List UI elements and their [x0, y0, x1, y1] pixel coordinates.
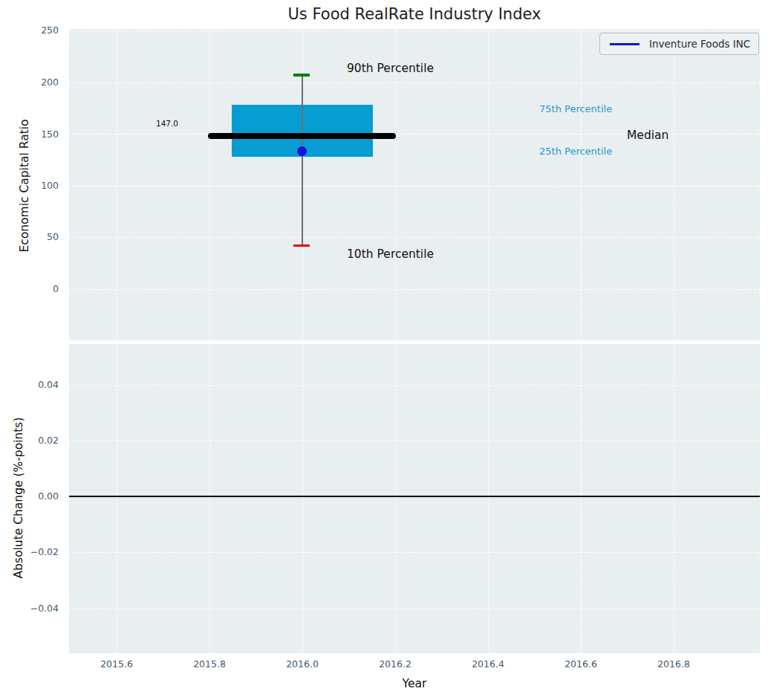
y-tick-label: 0.02	[0, 435, 59, 447]
x-tick-label: 2016.8	[644, 658, 703, 670]
gridline	[674, 29, 674, 340]
zero-baseline	[69, 496, 760, 497]
gridline	[117, 344, 117, 653]
gridline	[674, 344, 674, 653]
top-y-axis-label: Economic Capital Ratio	[18, 119, 31, 252]
x-tick-label: 2016.6	[551, 658, 611, 670]
gridline	[69, 82, 760, 83]
gridline	[488, 344, 489, 653]
boxplot-median-line	[208, 133, 396, 139]
top-plot-area: 90th Percentile 10th Percentile 75th Per…	[69, 29, 760, 340]
gridline	[69, 186, 760, 187]
boxplot-90th-cap	[293, 74, 310, 77]
gridline	[69, 385, 760, 386]
gridline	[69, 609, 760, 609]
x-tick-label: 2016.4	[458, 658, 518, 670]
y-tick-label: 200	[0, 77, 59, 88]
x-tick-label: 2016.0	[273, 658, 332, 670]
x-axis-label: Year	[69, 677, 760, 690]
annotation-10th-percentile: 10th Percentile	[347, 247, 434, 261]
company-data-point	[297, 146, 307, 156]
gridline	[209, 344, 210, 653]
y-tick-label: 0	[0, 283, 59, 295]
chart-title: Us Food RealRate Industry Index	[69, 5, 760, 23]
gridline	[69, 237, 760, 238]
gridline	[117, 29, 117, 340]
boxplot-10th-cap	[293, 244, 310, 247]
y-tick-label: 0.00	[0, 490, 59, 502]
gridline	[69, 30, 760, 31]
annotation-25th-percentile: 25th Percentile	[539, 146, 612, 157]
gridline	[581, 29, 582, 340]
gridline	[395, 29, 396, 340]
annotation-median-value: 147.0	[148, 119, 186, 128]
gridline	[69, 441, 760, 441]
legend-label: Inventure Foods INC	[649, 38, 750, 50]
legend-line-sample	[610, 43, 640, 45]
x-tick-label: 2016.2	[365, 658, 425, 670]
boxplot-whisker-line	[302, 75, 303, 247]
figure: Us Food RealRate Industry Index 90th Per…	[0, 0, 768, 700]
gridline	[69, 289, 760, 290]
bottom-plot-area	[69, 344, 760, 653]
gridline	[69, 552, 760, 553]
gridline	[209, 29, 210, 340]
y-tick-label: −0.02	[0, 546, 59, 558]
x-tick-label: 2015.8	[180, 658, 239, 670]
x-tick-label: 2015.6	[87, 658, 146, 670]
y-tick-label: 250	[0, 25, 59, 36]
y-tick-label: 0.04	[0, 379, 59, 391]
annotation-median: Median	[627, 129, 668, 142]
bottom-y-axis-label: Absolute Change (%-points)	[12, 418, 25, 579]
gridline	[581, 344, 582, 653]
gridline	[302, 344, 303, 653]
y-tick-label: −0.04	[0, 603, 59, 615]
annotation-75th-percentile: 75th Percentile	[539, 103, 612, 114]
gridline	[395, 344, 396, 653]
annotation-90th-percentile: 90th Percentile	[347, 62, 434, 75]
gridline	[488, 29, 489, 340]
legend: Inventure Foods INC	[599, 33, 759, 55]
